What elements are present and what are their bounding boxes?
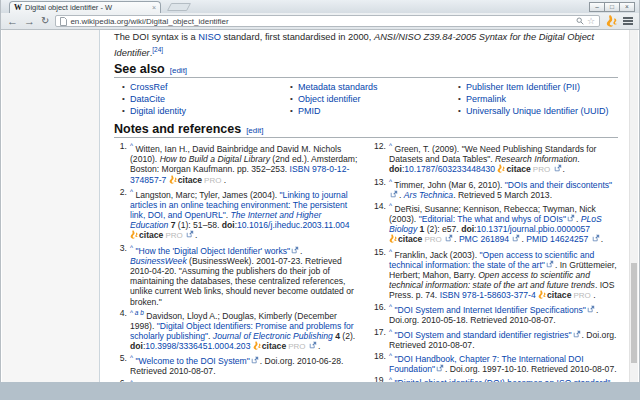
reference-number: 14. <box>373 201 389 246</box>
see-also-column-2: Metadata standardsObject identifierPMID <box>282 81 450 117</box>
external-link-icon[interactable] <box>445 234 453 244</box>
citace-icon <box>389 234 397 243</box>
ref-link[interactable]: "Digital object identifier (DOI) becomes… <box>394 378 610 382</box>
text-run: doi <box>389 164 402 174</box>
see-also-column-1: CrossRefDataCiteDigital identity <box>114 81 282 117</box>
external-link-icon[interactable] <box>291 246 299 256</box>
wikipedia-favicon: W <box>14 4 22 12</box>
ref-link[interactable]: PMC 261894 <box>459 234 509 244</box>
see-also-link[interactable]: PMID <box>288 105 450 117</box>
ref-link[interactable]: PMID 14624257 <box>526 234 588 244</box>
citace-pro-badge[interactable]: citacePRO <box>130 230 183 240</box>
reference-item: 6.^ "DOI® News, April 2011: 1. DOI Syste… <box>114 378 359 382</box>
external-link-icon[interactable] <box>554 164 562 174</box>
external-link-icon[interactable] <box>587 305 595 315</box>
see-also-link[interactable]: Object identifier <box>288 93 450 105</box>
text-run: The DOI syntax is a <box>114 32 198 42</box>
ref-link[interactable]: "Welcome to the DOI System" <box>135 356 249 366</box>
see-also-link[interactable]: CrossRef <box>120 81 282 93</box>
ref-link[interactable]: "DOI System and Internet Identifier Spec… <box>394 305 585 315</box>
citace-pro-badge[interactable]: citacePRO <box>169 175 222 185</box>
reference-number: 5. <box>114 353 130 376</box>
reload-icon[interactable]: ↻ <box>41 16 49 26</box>
text-run: . <box>300 246 302 256</box>
reference-text: ^ Witten, Ian H., David Bainbridge and D… <box>130 141 359 186</box>
scrollbar-thumb[interactable] <box>631 263 637 363</box>
ref-link[interactable]: "DOI® News, April 2011: 1. DOI System ex… <box>130 381 333 382</box>
reference-number: 13. <box>373 177 389 200</box>
ref-link[interactable]: "How the 'Digital Object Identifier' wor… <box>135 246 290 256</box>
ref-link[interactable]: 10.1371/journal.pbio.0000057 <box>476 224 590 234</box>
chrome-menu-icon[interactable] <box>623 17 633 25</box>
ref-link[interactable]: BusinessWeek <box>130 256 187 266</box>
see-also-link[interactable]: Digital identity <box>120 105 282 117</box>
citace-pro-badge[interactable]: citacePRO <box>389 234 442 244</box>
text-run: doi <box>130 341 143 351</box>
citace-pro-badge[interactable]: citacePRO <box>538 290 591 300</box>
vertical-scrollbar[interactable] <box>629 30 638 382</box>
edit-link[interactable]: [edit] <box>246 126 263 135</box>
external-link-icon[interactable] <box>309 341 317 351</box>
external-link-icon[interactable] <box>512 234 520 244</box>
minimize-icon[interactable]: – <box>589 2 605 12</box>
bookmark-star-icon[interactable]: ☆ <box>587 17 595 26</box>
citace-pro-badge[interactable]: citacePRO <box>253 341 306 351</box>
reference-number: 3. <box>114 243 130 307</box>
citace-extension-icon[interactable] <box>606 15 617 27</box>
ref-link[interactable]: "DOI System and standard identifier regi… <box>394 330 571 340</box>
browser-tab[interactable]: W Digital object identifier - W × <box>9 1 161 13</box>
close-tab-icon[interactable]: × <box>152 4 156 11</box>
ref-link[interactable]: 10.1016/j.iheduc.2003.11.004 <box>237 220 350 230</box>
reference-item: 2.^ Langston, Marc; Tyler, James (2004).… <box>114 187 359 242</box>
external-link-icon[interactable] <box>186 230 194 240</box>
external-link-icon[interactable] <box>251 356 259 366</box>
close-icon[interactable]: × <box>619 2 635 12</box>
citace-pro-badge[interactable]: citacePRO <box>497 164 550 174</box>
external-link-icon[interactable] <box>573 330 581 340</box>
ref-link[interactable]: 10.3998/3336451.0004.203 <box>145 341 250 351</box>
external-link-icon[interactable] <box>436 364 444 374</box>
external-link-icon[interactable] <box>390 190 398 200</box>
ref-link[interactable]: "Editorial: The what and whys of DOIs" <box>419 214 566 224</box>
search-icon[interactable] <box>576 17 584 25</box>
reference-item: 12.^ Green, T. (2009). "We Need Publishi… <box>373 141 618 175</box>
see-also-link[interactable]: DataCite <box>120 93 282 105</box>
reference-item: 13.^ Timmer, John (Mar 6, 2010). "DOIs a… <box>373 177 618 200</box>
reference-text: ^ "Welcome to the DOI System". Doi.org. … <box>130 353 359 376</box>
article-content: The DOI syntax is a NISO standard, first… <box>99 30 638 382</box>
address-bar[interactable]: en.wikipedia.org/wiki/Digital_object_ide… <box>55 15 600 27</box>
heading-text: Notes and references <box>114 122 241 136</box>
reference-number: 2. <box>114 187 130 242</box>
citace-icon <box>130 230 138 239</box>
citace-icon <box>497 164 505 173</box>
see-also-link[interactable]: Universally Unique Identifier (UUID) <box>456 105 618 117</box>
ref-link[interactable]: ISBN 978-1-58603-377-4 <box>440 290 536 300</box>
see-also-link[interactable]: Permalink <box>456 93 618 105</box>
forward-icon[interactable]: → <box>24 16 35 27</box>
reference-number: 15. <box>373 247 389 302</box>
text-run <box>588 234 590 244</box>
edit-link[interactable]: [edit] <box>170 66 187 75</box>
sup-link[interactable]: [24] <box>152 46 163 53</box>
external-link-icon[interactable] <box>592 234 600 244</box>
reference-number: 16. <box>373 302 389 325</box>
ref-link[interactable]: 10.1787/603233448430 <box>404 164 495 174</box>
ref-link[interactable]: "DOIs and their discontents" <box>505 179 612 189</box>
ref-link[interactable]: NISO <box>198 32 221 42</box>
see-also-link[interactable]: Publisher Item Identifier (PII) <box>456 81 618 93</box>
external-link-icon[interactable] <box>546 260 554 270</box>
external-link-icon[interactable] <box>567 214 575 224</box>
new-tab-button[interactable] <box>167 3 191 11</box>
ref-link[interactable]: Journal of Electronic Publishing <box>213 331 333 341</box>
text-run: standard, first standardised in 2000, <box>221 32 374 42</box>
back-icon[interactable]: ← <box>7 16 18 27</box>
page-icon <box>60 17 67 26</box>
ref-link[interactable]: Ars Technica <box>404 190 453 200</box>
see-also-link[interactable]: Metadata standards <box>288 81 450 93</box>
maximize-icon[interactable]: □ <box>604 2 620 12</box>
url-text[interactable]: en.wikipedia.org/wiki/Digital_object_ide… <box>70 17 573 26</box>
browser-window: W Digital object identifier - W × – □ × … <box>0 0 640 382</box>
reference-text: ^ Timmer, John (Mar 6, 2010). "DOIs and … <box>389 177 618 200</box>
text-run: Franklin, Jack (2003). <box>392 249 479 259</box>
browser-toolbar: ← → ↻ en.wikipedia.org/wiki/Digital_obje… <box>1 13 639 30</box>
